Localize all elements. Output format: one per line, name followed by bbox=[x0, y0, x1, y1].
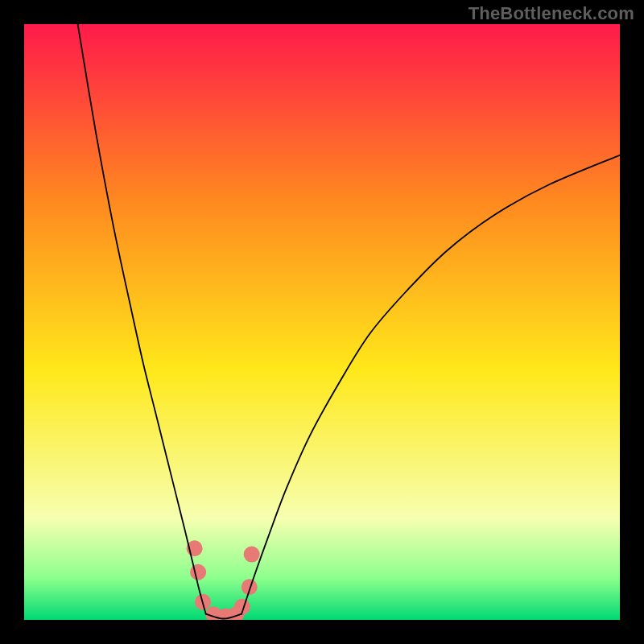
chart-svg bbox=[24, 24, 620, 620]
plot-area bbox=[24, 24, 620, 620]
chart-frame: TheBottleneck.com bbox=[0, 0, 644, 644]
highlight-dot bbox=[190, 564, 206, 580]
watermark-text: TheBottleneck.com bbox=[469, 3, 634, 24]
gradient-background bbox=[24, 24, 620, 620]
highlight-dot bbox=[244, 547, 260, 563]
